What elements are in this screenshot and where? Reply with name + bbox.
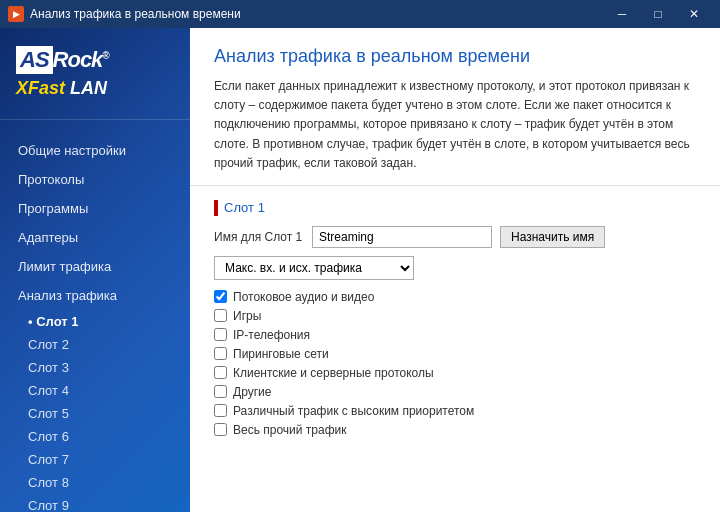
checkbox-item-high-priority[interactable]: Различный трафик с высоким приоритетом (214, 404, 696, 418)
content-title: Анализ трафика в реальном времени (214, 46, 696, 67)
logo-xfast: XFast (16, 78, 70, 98)
checkbox-label-other: Другие (233, 385, 271, 399)
app-icon: ▶ (8, 6, 24, 22)
name-label: Имя для Слот 1 (214, 230, 304, 244)
sidebar-item-adapters[interactable]: Адаптеры (0, 223, 190, 252)
checkbox-item-p2p[interactable]: Пиринговые сети (214, 347, 696, 361)
section-bar-icon (214, 200, 218, 216)
checkbox-other[interactable] (214, 385, 227, 398)
logo-reg: ® (102, 50, 108, 61)
checkbox-label-games: Игры (233, 309, 261, 323)
traffic-type-row: Макс. вх. и исх. трафика Макс. входящий … (214, 256, 696, 280)
traffic-type-select[interactable]: Макс. вх. и исх. трафика Макс. входящий … (214, 256, 414, 280)
sidebar: AS Rock® XFast LAN Общие настройки Прото… (0, 28, 190, 512)
logo-lan: LAN (70, 78, 107, 98)
sidebar-item-slot1[interactable]: Слот 1 (0, 310, 190, 333)
close-button[interactable]: ✕ (676, 0, 712, 28)
checkbox-all-other[interactable] (214, 423, 227, 436)
nav-section: Общие настройки Протоколы Программы Адап… (0, 120, 190, 512)
logo-asrock: AS Rock® (16, 46, 174, 74)
maximize-button[interactable]: □ (640, 0, 676, 28)
checkbox-streaming[interactable] (214, 290, 227, 303)
checkbox-label-streaming: Потоковое аудио и видео (233, 290, 374, 304)
content-area: Анализ трафика в реальном времени Если п… (190, 28, 720, 512)
assign-name-button[interactable]: Назначить имя (500, 226, 605, 248)
titlebar-title: Анализ трафика в реальном времени (30, 7, 604, 21)
section-label-text: Слот 1 (224, 200, 265, 215)
checkbox-client-server[interactable] (214, 366, 227, 379)
minimize-button[interactable]: ─ (604, 0, 640, 28)
checkbox-item-all-other[interactable]: Весь прочий трафик (214, 423, 696, 437)
checkbox-label-voip: IP-телефония (233, 328, 310, 342)
content-body: Слот 1 Имя для Слот 1 Назначить имя Макс… (190, 186, 720, 451)
sidebar-item-slot4[interactable]: Слот 4 (0, 379, 190, 402)
checkbox-p2p[interactable] (214, 347, 227, 360)
content-description: Если пакет данных принадлежит к известно… (214, 77, 696, 173)
checkbox-list: Потоковое аудио и видео Игры IP-телефони… (214, 290, 696, 437)
app-window: AS Rock® XFast LAN Общие настройки Прото… (0, 28, 720, 512)
sidebar-item-programs[interactable]: Программы (0, 194, 190, 223)
checkbox-item-streaming[interactable]: Потоковое аудио и видео (214, 290, 696, 304)
checkbox-label-all-other: Весь прочий трафик (233, 423, 347, 437)
content-header: Анализ трафика в реальном времени Если п… (190, 28, 720, 186)
sidebar-item-slot7[interactable]: Слот 7 (0, 448, 190, 471)
logo-rock: Rock® (53, 47, 109, 73)
checkbox-games[interactable] (214, 309, 227, 322)
sidebar-item-slot8[interactable]: Слот 8 (0, 471, 190, 494)
logo-as: AS (16, 46, 53, 74)
checkbox-label-client-server: Клиентские и серверные протоколы (233, 366, 434, 380)
sidebar-item-slot6[interactable]: Слот 6 (0, 425, 190, 448)
checkbox-item-client-server[interactable]: Клиентские и серверные протоколы (214, 366, 696, 380)
checkbox-item-other[interactable]: Другие (214, 385, 696, 399)
logo-area: AS Rock® XFast LAN (0, 28, 190, 120)
checkbox-high-priority[interactable] (214, 404, 227, 417)
sidebar-group-traffic-analysis: Анализ трафика (0, 281, 190, 310)
sidebar-item-slot5[interactable]: Слот 5 (0, 402, 190, 425)
checkbox-label-p2p: Пиринговые сети (233, 347, 329, 361)
sidebar-item-slot9[interactable]: Слот 9 (0, 494, 190, 512)
sidebar-item-slot3[interactable]: Слот 3 (0, 356, 190, 379)
section-label: Слот 1 (214, 200, 696, 216)
titlebar: ▶ Анализ трафика в реальном времени ─ □ … (0, 0, 720, 28)
checkbox-voip[interactable] (214, 328, 227, 341)
checkbox-item-games[interactable]: Игры (214, 309, 696, 323)
sidebar-item-protocols[interactable]: Протоколы (0, 165, 190, 194)
slot-name-input[interactable] (312, 226, 492, 248)
titlebar-controls: ─ □ ✕ (604, 0, 712, 28)
sidebar-item-slot2[interactable]: Слот 2 (0, 333, 190, 356)
sidebar-item-general[interactable]: Общие настройки (0, 136, 190, 165)
sidebar-item-traffic-limit[interactable]: Лимит трафика (0, 252, 190, 281)
name-form-row: Имя для Слот 1 Назначить имя (214, 226, 696, 248)
logo-xfast-lan: XFast LAN (16, 78, 174, 99)
checkbox-label-high-priority: Различный трафик с высоким приоритетом (233, 404, 474, 418)
checkbox-item-voip[interactable]: IP-телефония (214, 328, 696, 342)
